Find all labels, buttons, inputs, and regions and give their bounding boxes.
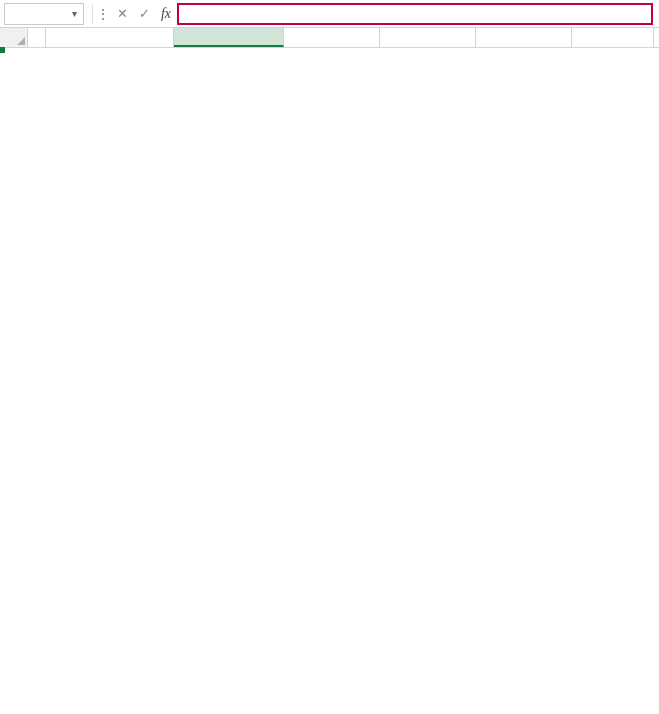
- chevron-down-icon[interactable]: ▾: [72, 8, 77, 19]
- enter-formula-button[interactable]: ✓: [133, 3, 155, 25]
- fx-icon[interactable]: fx: [155, 3, 177, 25]
- dots-icon: ⋮: [95, 7, 111, 21]
- col-header-E[interactable]: [380, 28, 476, 47]
- select-all-button[interactable]: [0, 28, 28, 47]
- formula-input[interactable]: [177, 3, 653, 25]
- col-header-D[interactable]: [284, 28, 380, 47]
- formula-bar: ▾ ⋮ ✕ ✓ fx: [0, 0, 659, 28]
- name-box[interactable]: ▾: [4, 3, 84, 25]
- cancel-formula-button[interactable]: ✕: [111, 3, 133, 25]
- active-cell-outline: [0, 48, 4, 52]
- col-header-F[interactable]: [476, 28, 572, 47]
- col-header-G[interactable]: [572, 28, 654, 47]
- divider: [92, 4, 93, 24]
- col-header-C[interactable]: [174, 28, 284, 47]
- spreadsheet-grid: [0, 28, 659, 48]
- column-headers: [0, 28, 659, 48]
- col-header-A[interactable]: [28, 28, 46, 47]
- col-header-B[interactable]: [46, 28, 174, 47]
